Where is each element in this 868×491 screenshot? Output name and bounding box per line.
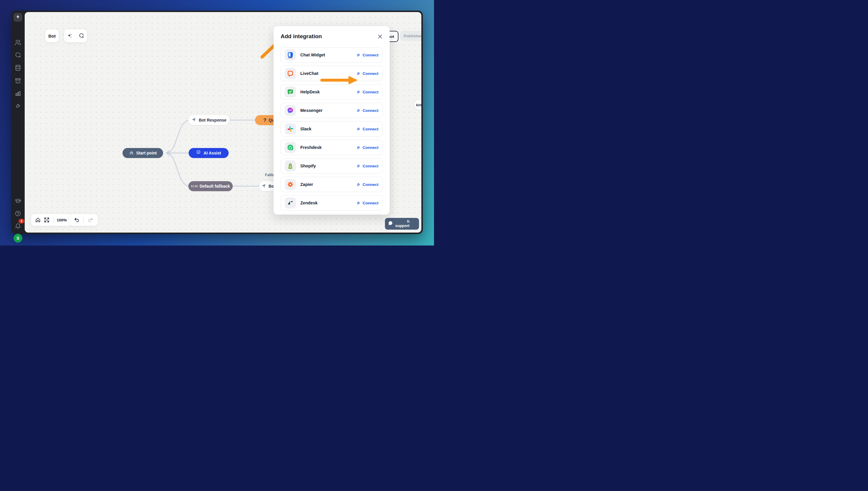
node-ai-assist[interactable]: AI Assist [189,148,229,158]
messenger-icon [285,105,296,116]
connect-button[interactable]: Connect [356,145,379,150]
app-logo[interactable] [13,13,22,22]
zapier-icon [285,179,296,190]
integration-name: Slack [300,126,356,131]
svg-text:?: ? [19,56,21,58]
chat-with-support-button[interactable]: hsupport [385,218,419,230]
integration-name: Shopify [300,164,356,168]
question-mark-icon: ? [263,118,266,123]
integration-name: LiveChat [300,71,356,76]
canvas-view-controls: 100% [31,214,72,226]
integration-name: Freshdesk [300,145,356,150]
slack-icon [285,123,296,135]
node-default-fallback[interactable]: ELSE Default fallback [188,181,233,191]
sidebar: ? 3 S [11,10,25,234]
sidebar-item-chats[interactable]: ? [15,52,21,58]
freshdesk-icon [285,142,296,153]
livechat-icon [285,68,296,79]
integration-row[interactable]: LiveChat Connect [281,66,383,81]
svg-text:?: ? [82,36,84,39]
connect-button[interactable]: Connect [356,108,379,113]
ai-tools-pill: ? [64,29,87,42]
else-tag: ELSE [191,185,198,187]
shopify-icon: S [285,160,296,172]
integration-row[interactable]: Messenger Connect [281,103,383,118]
redo-button[interactable] [86,215,95,224]
fit-view-button[interactable] [42,215,51,224]
integration-name: Zapier [300,182,356,187]
integration-list: Chat Widget Connect LiveChat Connect Hel… [281,47,383,215]
home-view-button[interactable] [33,215,42,224]
sidebar-item-archive[interactable] [15,78,21,84]
node-bot-response-top[interactable]: Bot Response [188,115,229,125]
node-start-point[interactable]: Start point [122,148,163,158]
connect-button[interactable]: Connect [356,201,379,205]
integration-name: HelpDesk [300,90,356,94]
lightning-logo-icon [16,15,20,20]
home-icon [129,150,134,156]
close-icon[interactable] [376,33,384,40]
sidebar-item-notifications[interactable] [15,223,21,229]
connect-button[interactable]: Connect [356,164,379,168]
zendesk-icon [285,197,296,208]
integration-row[interactable]: Freshdesk Connect [281,140,383,155]
sidebar-item-academy[interactable] [15,198,21,204]
undo-button[interactable] [72,215,81,224]
integration-name: Zendesk [300,201,356,205]
sidebar-item-database[interactable] [15,65,21,71]
integration-name: Messenger [300,108,356,113]
panel-title: Add integration [281,33,322,40]
integration-row[interactable]: Slack Connect [281,121,383,137]
published-button[interactable]: Published [400,31,421,41]
connect-button[interactable]: Connect [356,71,379,76]
bot-menu-button[interactable]: Bot [45,29,59,42]
integration-row[interactable]: HelpDesk Connect [281,84,383,99]
message-question-button[interactable]: ? [76,31,86,41]
chat-widget-icon [285,49,296,60]
support-chat-icon [388,221,393,227]
chat-bubble-icon [196,150,201,156]
integration-row[interactable]: S Shopify Connect [281,158,383,174]
sidebar-item-reports[interactable] [15,90,21,96]
divider [83,217,84,223]
sparkles-button[interactable] [65,31,75,41]
desktop-background: ? 3 S [0,0,434,246]
svg-text:S: S [289,165,291,168]
add-integration-panel: Add integration Chat Widget Connect Live… [274,26,390,215]
user-avatar[interactable]: S [13,234,22,242]
notification-badge: 3 [19,219,24,224]
connect-button[interactable]: Connect [356,53,379,57]
sidebar-item-integrations[interactable] [15,103,21,109]
integration-name: Chat Widget [300,53,356,57]
connect-button[interactable]: Connect [356,182,379,187]
integration-row[interactable]: Chat Widget Connect [281,47,383,62]
connect-button[interactable]: Connect [356,127,379,131]
node-clipped-right[interactable]: king [414,100,421,110]
sidebar-item-users[interactable] [15,39,21,46]
undo-redo-controls [69,214,98,226]
send-icon [191,117,196,123]
integration-row[interactable] [281,214,383,215]
helpdesk-icon [285,86,296,97]
connect-button[interactable]: Connect [356,90,379,94]
integration-row[interactable]: Zapier Connect [281,177,383,192]
integration-row[interactable]: Zendesk Connect [281,195,383,210]
sidebar-item-help[interactable] [15,210,21,217]
send-icon [261,183,266,189]
zoom-level: 100% [56,218,70,222]
